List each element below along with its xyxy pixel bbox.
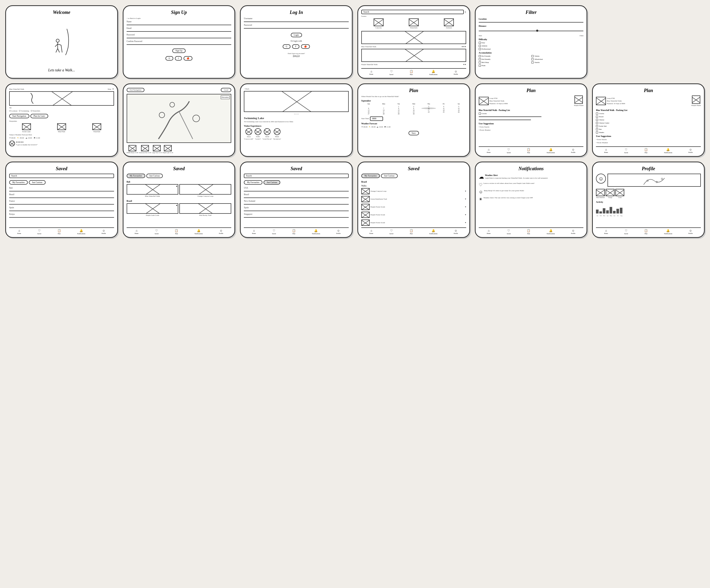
tabs1-saved[interactable]: ♡	[38, 229, 41, 232]
tabs4-notif[interactable]: 🔔	[431, 229, 435, 232]
red-rocky-img[interactable]	[179, 203, 231, 214]
back-link[interactable]: < Back	[244, 88, 349, 90]
tab3-saved-icon[interactable]: ♡	[625, 148, 628, 151]
filter-icon[interactable]: |||	[465, 11, 466, 13]
saved3-search-input[interactable]: Search	[244, 173, 349, 178]
search-input[interactable]: Search	[361, 10, 464, 14]
saved3-usa[interactable]: USA	[244, 187, 349, 189]
waterfall-waypoint[interactable]	[92, 123, 101, 130]
login-password-input[interactable]	[244, 28, 349, 29]
tabs3-home[interactable]: ⌂	[253, 229, 255, 232]
purple-lake-img[interactable]: ♥	[127, 203, 179, 214]
my-favourites-tab2[interactable]: My Favourites	[127, 173, 145, 178]
walk3-heart[interactable]: ♥	[465, 206, 466, 208]
start-time-input[interactable]: 0800	[370, 116, 383, 121]
tabsn-saved[interactable]: ♡	[507, 229, 510, 232]
ironwood-tree-img[interactable]	[141, 145, 149, 151]
tabs2-home[interactable]: ⌂	[136, 229, 138, 232]
just-curious-tab2[interactable]: Just Curious	[146, 173, 163, 178]
my-favourites-tab4[interactable]: My Favourites	[361, 173, 380, 178]
tab3-profile-icon[interactable]: ☺	[689, 148, 692, 151]
email-input[interactable]	[127, 31, 232, 32]
start-nav-button[interactable]: Start Navigation	[9, 114, 29, 118]
saved-france[interactable]: France	[9, 200, 114, 202]
tabs2-profile[interactable]: ☺	[220, 229, 222, 232]
deli-shop-option[interactable]: Beli Shop	[479, 62, 531, 64]
tabs4-home[interactable]: ⌂	[371, 229, 372, 232]
goto-signup-link[interactable]: Sign Up	[244, 54, 349, 57]
orange-canyon-img[interactable]	[179, 184, 231, 195]
tabs3-plan[interactable]: 📋	[292, 229, 296, 232]
pet-friendly-option[interactable]: Pet Friendly	[479, 55, 531, 57]
tab2-profile-icon[interactable]: ☺	[572, 148, 575, 151]
mud-path-waypoint[interactable]	[57, 123, 66, 130]
walk4-heart[interactable]: ♥	[465, 214, 466, 216]
wheelchair-option[interactable]: Wheelchair	[531, 58, 583, 60]
google-signin[interactable]: G	[165, 56, 173, 61]
kid-friendly-option[interactable]: Kid friendly	[479, 58, 531, 60]
tabs1-profile[interactable]: ☺	[102, 229, 105, 232]
tabs4-saved[interactable]: ♡	[390, 229, 393, 232]
tab-saved-label[interactable]: Saved	[389, 74, 393, 75]
pack-item2[interactable]	[479, 116, 542, 117]
profile-walk3-img[interactable]	[615, 189, 624, 196]
tab3-home-icon[interactable]: ⌂	[605, 148, 607, 151]
snacks-option[interactable]: Snacks	[531, 62, 583, 64]
athletic-option[interactable]: Athletic	[479, 45, 584, 47]
tabs4-plan[interactable]: 📋	[409, 229, 413, 232]
tabs2-plan[interactable]: 📋	[174, 229, 178, 232]
confirm-password-input[interactable]	[127, 44, 232, 45]
plan-later-button[interactable]: Plan for Later	[30, 114, 48, 118]
tabs1-notif[interactable]: 🔔	[79, 229, 83, 232]
pack3-cheese[interactable]: Cheese	[596, 119, 701, 121]
tab3-plan-icon[interactable]: 📋	[644, 148, 648, 151]
tabs3-notif[interactable]: 🔔	[314, 229, 318, 232]
tabsp-plan[interactable]: 📋	[644, 229, 648, 232]
login-button[interactable]: Login	[291, 33, 302, 37]
password-input[interactable]	[127, 38, 232, 38]
apple-signin[interactable]: 🍎	[184, 56, 192, 61]
tabsp-home[interactable]: ⌂	[605, 229, 607, 232]
walk2-img[interactable]	[361, 196, 370, 202]
name-input[interactable]	[127, 25, 232, 25]
pack-crocks[interactable]: Crocks	[479, 113, 584, 115]
save-plan-button[interactable]: Save	[408, 131, 419, 135]
saved3-spain[interactable]: Spain	[244, 206, 349, 209]
my-favourites-tab1[interactable]: My Favourites	[9, 180, 28, 185]
tabsp-profile[interactable]: ☺	[689, 229, 692, 232]
tab-notif-label[interactable]: Notifications	[429, 74, 437, 75]
calendar-grid[interactable]: 12345 6789101112 13141516171819 20212223…	[361, 106, 466, 115]
apple-login[interactable]: 🍎	[301, 44, 310, 49]
location-input[interactable]	[479, 22, 584, 23]
saved3-nz[interactable]: New Zealand	[244, 200, 349, 202]
tab-profile-icon[interactable]: ☺	[454, 70, 457, 73]
saved-bali[interactable]: Bali	[9, 187, 114, 189]
tabsn-plan[interactable]: 📋	[527, 229, 530, 232]
just-curious-tab3[interactable]: Just Curious	[263, 180, 280, 185]
hobbit-house-img[interactable]	[128, 145, 136, 151]
tab-home-icon[interactable]: ⌂	[371, 70, 372, 73]
tabsp-saved[interactable]: ♡	[625, 229, 628, 232]
tab2-notif-icon[interactable]: 🔔	[549, 148, 553, 151]
tabs3-saved[interactable]: ♡	[273, 229, 275, 232]
tabs2-saved[interactable]: ♡	[155, 229, 158, 232]
facebook-login[interactable]: F	[292, 44, 300, 49]
swim-lake-waypoint[interactable]	[22, 123, 31, 130]
tab-home-label[interactable]: Home	[370, 73, 373, 75]
pack3-swim-suit[interactable]: Swim Suit	[596, 125, 701, 127]
pack3-hat[interactable]: Hat	[596, 128, 701, 130]
tabsn-notif[interactable]: 🔔	[549, 229, 553, 232]
tabs4-profile[interactable]: ☺	[454, 229, 457, 232]
tab2-home-icon[interactable]: ⌂	[488, 148, 490, 151]
tab2-saved-icon[interactable]: ♡	[507, 148, 510, 151]
exit-nav-button[interactable]: Exit Navigation	[127, 88, 145, 92]
easy-option[interactable]: Easy	[479, 42, 584, 44]
pack-item3[interactable]	[479, 120, 531, 120]
saved3-singapore[interactable]: Singapore	[244, 213, 349, 215]
walk5-img[interactable]	[361, 219, 370, 226]
walk5-heart[interactable]: ♥	[465, 221, 466, 224]
my-favourites-tab3[interactable]: My Favourites	[244, 180, 262, 185]
result2-image[interactable]	[361, 49, 466, 62]
tabs3-profile[interactable]: ☺	[337, 229, 340, 232]
profile-walk2-img[interactable]	[606, 189, 615, 196]
